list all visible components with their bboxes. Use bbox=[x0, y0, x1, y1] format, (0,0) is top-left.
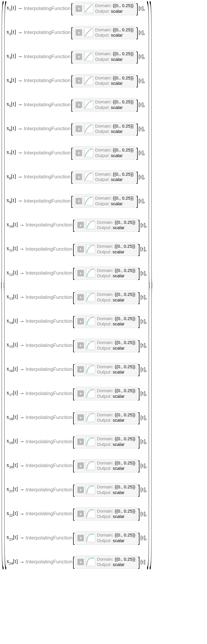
summary-box[interactable]: +Domain: {{0., 0.25}}Output: scalar bbox=[74, 170, 136, 184]
expand-button[interactable]: + bbox=[76, 53, 82, 60]
summary-box[interactable]: +Domain: {{0., 0.25}}Output: scalar bbox=[74, 146, 136, 160]
summary-box[interactable]: +Domain: {{0., 0.25}}Output: scalar bbox=[75, 483, 137, 497]
expand-button[interactable]: + bbox=[76, 77, 82, 84]
variable: x3[t] bbox=[6, 53, 16, 60]
expand-button[interactable]: + bbox=[76, 150, 82, 156]
summary-box[interactable]: +Domain: {{0., 0.25}}Output: scalar bbox=[74, 122, 136, 136]
expand-button[interactable]: + bbox=[77, 535, 84, 541]
expand-button[interactable]: + bbox=[77, 487, 84, 493]
expand-button[interactable]: + bbox=[77, 222, 84, 228]
output-line: Output: scalar bbox=[97, 562, 135, 568]
summary-box[interactable]: +Domain: {{0., 0.25}}Output: scalar bbox=[75, 291, 137, 304]
variable: x7[t] bbox=[6, 149, 16, 156]
expand-button[interactable]: + bbox=[77, 414, 84, 421]
variable: x1[t] bbox=[6, 5, 16, 12]
output-label: Output: bbox=[95, 81, 111, 86]
expand-button[interactable]: + bbox=[77, 294, 84, 301]
summary-box[interactable]: +Domain: {{0., 0.25}}Output: scalar bbox=[75, 435, 137, 449]
rule-row: x8[t]→InterpolatingFunction[+Domain: {{0… bbox=[6, 170, 147, 184]
expand-button[interactable]: + bbox=[77, 559, 84, 565]
expand-button[interactable]: + bbox=[77, 462, 84, 469]
domain-value: {{0., 0.25}} bbox=[115, 557, 135, 562]
summary-box[interactable]: +Domain: {{0., 0.25}}Output: scalar bbox=[75, 459, 137, 473]
summary-box[interactable]: +Domain: {{0., 0.25}}Output: scalar bbox=[75, 411, 137, 425]
expand-button[interactable]: + bbox=[76, 174, 82, 180]
summary-box[interactable]: +Domain: {{0., 0.25}}Output: scalar bbox=[75, 242, 137, 256]
output-value: scalar bbox=[111, 177, 123, 182]
domain-line: Domain: {{0., 0.25}} bbox=[97, 268, 135, 273]
summary-box[interactable]: +Domain: {{0., 0.25}}Output: scalar bbox=[74, 2, 136, 15]
summary-info: Domain: {{0., 0.25}}Output: scalar bbox=[95, 75, 133, 87]
expand-button[interactable]: + bbox=[76, 125, 82, 132]
expand-button[interactable]: + bbox=[76, 29, 82, 36]
output-label: Output: bbox=[97, 345, 113, 350]
expand-button[interactable]: + bbox=[77, 438, 84, 445]
domain-line: Domain: {{0., 0.25}} bbox=[97, 388, 135, 394]
rule-arrow: → bbox=[17, 5, 22, 12]
expand-button[interactable]: + bbox=[77, 366, 84, 373]
apply-arg: [t] bbox=[140, 559, 145, 565]
summary-box[interactable]: +Domain: {{0., 0.25}}Output: scalar bbox=[75, 339, 137, 352]
rule-row: x22[t]→InterpolatingFunction[+Domain: {{… bbox=[6, 507, 147, 521]
variable: x21[t] bbox=[6, 486, 18, 493]
thumbnail-plot bbox=[84, 124, 93, 133]
rule-row: x24[t]→InterpolatingFunction[+Domain: {{… bbox=[6, 555, 147, 569]
rule-arrow: → bbox=[19, 535, 25, 541]
output-line: Output: scalar bbox=[95, 177, 133, 182]
var-arg: [t] bbox=[13, 245, 18, 251]
thumbnail-plot bbox=[86, 317, 95, 326]
domain-value: {{0., 0.25}} bbox=[113, 75, 133, 80]
svg-rect-54 bbox=[86, 437, 95, 446]
domain-value: {{0., 0.25}} bbox=[113, 27, 133, 32]
summary-box[interactable]: +Domain: {{0., 0.25}}Output: scalar bbox=[75, 219, 137, 232]
summary-box[interactable]: +Domain: {{0., 0.25}}Output: scalar bbox=[75, 363, 137, 376]
expand-button[interactable]: + bbox=[76, 5, 82, 12]
expand-button[interactable]: + bbox=[76, 102, 82, 108]
summary-box[interactable]: +Domain: {{0., 0.25}}Output: scalar bbox=[75, 555, 137, 569]
summary-box[interactable]: +Domain: {{0., 0.25}}Output: scalar bbox=[75, 387, 137, 400]
output-label: Output: bbox=[95, 57, 111, 62]
rule-arrow: → bbox=[19, 438, 25, 445]
rule-arrow: → bbox=[19, 318, 25, 325]
domain-line: Domain: {{0., 0.25}} bbox=[97, 244, 135, 249]
summary-box[interactable]: +Domain: {{0., 0.25}}Output: scalar bbox=[75, 531, 137, 545]
variable: x9[t] bbox=[6, 197, 16, 205]
rule-arrow: → bbox=[17, 150, 22, 156]
summary-box[interactable]: +Domain: {{0., 0.25}}Output: scalar bbox=[74, 98, 136, 112]
expand-button[interactable]: + bbox=[77, 270, 84, 276]
summary-box[interactable]: +Domain: {{0., 0.25}}Output: scalar bbox=[75, 315, 137, 328]
var-subscript: 23 bbox=[9, 537, 13, 541]
apply-arg: [t] bbox=[140, 390, 145, 397]
thumbnail-plot bbox=[86, 220, 95, 230]
function-name: InterpolatingFunction bbox=[24, 126, 71, 132]
rule-arrow: → bbox=[19, 270, 25, 276]
expand-button[interactable]: + bbox=[77, 246, 84, 252]
output-line: Output: scalar bbox=[95, 129, 133, 134]
thumbnail-plot bbox=[86, 413, 95, 422]
expand-button[interactable]: + bbox=[76, 198, 82, 204]
domain-line: Domain: {{0., 0.25}} bbox=[95, 75, 133, 81]
output-value: scalar bbox=[113, 562, 125, 567]
function-name: InterpolatingFunction bbox=[24, 174, 71, 180]
summary-box[interactable]: +Domain: {{0., 0.25}}Output: scalar bbox=[75, 507, 137, 521]
summary-box[interactable]: +Domain: {{0., 0.25}}Output: scalar bbox=[74, 26, 136, 40]
thumbnail-plot bbox=[86, 533, 95, 543]
output-label: Output: bbox=[97, 273, 113, 278]
apply-arg: [t] bbox=[140, 415, 145, 421]
expand-button[interactable]: + bbox=[77, 511, 84, 517]
rule-arrow: → bbox=[19, 463, 25, 469]
expand-button[interactable]: + bbox=[77, 318, 84, 325]
summary-box[interactable]: +Domain: {{0., 0.25}}Output: scalar bbox=[74, 50, 136, 63]
domain-label: Domain: bbox=[95, 3, 113, 8]
var-subscript: 16 bbox=[9, 369, 13, 373]
expand-button[interactable]: + bbox=[77, 342, 84, 349]
output-label: Output: bbox=[97, 394, 113, 399]
summary-box[interactable]: +Domain: {{0., 0.25}}Output: scalar bbox=[74, 194, 136, 208]
rule-arrow: → bbox=[17, 30, 22, 36]
apply-arg: [t] bbox=[138, 30, 144, 36]
expand-button[interactable]: + bbox=[77, 390, 84, 397]
summary-box[interactable]: +Domain: {{0., 0.25}}Output: scalar bbox=[74, 74, 136, 88]
domain-label: Domain: bbox=[97, 292, 115, 297]
output-line: Output: scalar bbox=[97, 273, 135, 279]
summary-box[interactable]: +Domain: {{0., 0.25}}Output: scalar bbox=[75, 267, 137, 280]
